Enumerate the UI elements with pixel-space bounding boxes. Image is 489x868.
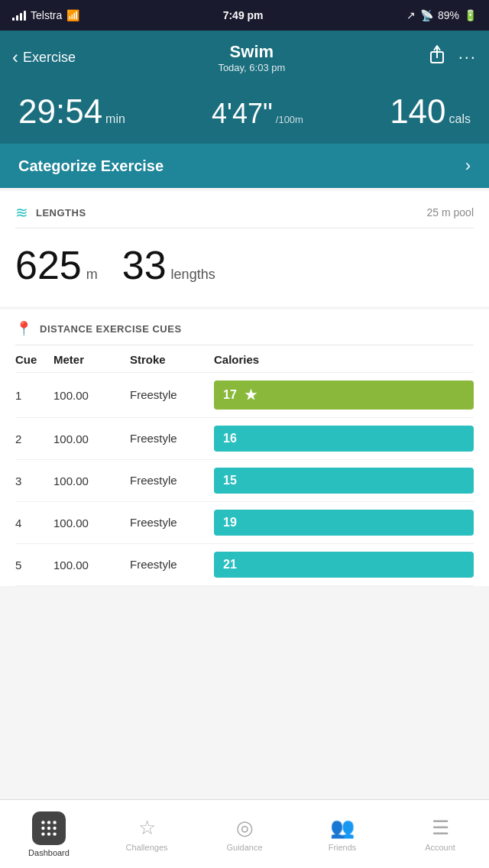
lengths-section: ≋ LENGTHS 25 m pool 625 m 33 lengths [0, 191, 489, 306]
cell-calories: 21 [214, 552, 474, 578]
cell-meter: 100.00 [53, 432, 130, 445]
svg-point-5 [41, 826, 44, 829]
calories-number: 17 [223, 388, 237, 402]
svg-point-9 [47, 832, 50, 835]
distance-unit: m [86, 267, 98, 283]
cell-stroke: Freestyle [130, 515, 214, 530]
cell-cue: 3 [15, 474, 53, 487]
lengths-number: 33 [122, 242, 167, 288]
guidance-icon: ◎ [236, 816, 254, 840]
lengths-value-block: 33 lengths [122, 242, 215, 288]
cues-section: 📍 DISTANCE EXERCISE CUES Cue Meter Strok… [0, 309, 489, 586]
status-bar: Telstra 📶 7:49 pm ↗ 📡 89% 🔋 [0, 0, 489, 31]
calories-number: 16 [223, 432, 237, 445]
account-icon: ☰ [432, 816, 449, 840]
table-row: 1 100.00 Freestyle 17 ★ [15, 373, 474, 418]
table-row: 2 100.00 Freestyle 16 [15, 418, 474, 460]
col-meter: Meter [53, 353, 130, 366]
nav-item-account[interactable]: ☰ Account [391, 816, 489, 852]
cell-meter: 100.00 [53, 517, 130, 530]
table-header: Cue Meter Stroke Calories [15, 345, 474, 373]
signal-icon [12, 10, 26, 21]
header-subtitle: Today, 6:03 pm [218, 62, 285, 73]
categorize-chevron-icon: › [465, 156, 471, 176]
header: ‹ Exercise Swim Today, 6:03 pm ··· [0, 31, 489, 84]
stats-bar: 29:54 min 4'47" /100m 140 cals [0, 84, 489, 144]
pace-stat: 4'47" /100m [212, 98, 303, 130]
cues-title: DISTANCE EXERCISE CUES [40, 323, 182, 335]
nav-label-guidance: Guidance [226, 843, 262, 852]
pace-unit: /100m [276, 114, 303, 125]
svg-point-4 [53, 821, 56, 824]
distance-value-block: 625 m [15, 242, 98, 288]
status-left: Telstra 📶 [12, 9, 79, 21]
nav-item-challenges[interactable]: ☆ Challenges [98, 816, 196, 852]
svg-point-3 [47, 821, 50, 824]
pin-icon: 📍 [15, 320, 32, 337]
cell-calories: 19 [214, 510, 474, 536]
lengths-unit: lengths [171, 267, 215, 283]
nav-item-dashboard[interactable]: Dashboard [0, 811, 98, 857]
dashboard-icon [32, 811, 66, 845]
table-row: 3 100.00 Freestyle 15 [15, 460, 474, 502]
lengths-title-row: ≋ LENGTHS [15, 203, 86, 222]
star-icon: ★ [244, 387, 257, 403]
share-icon[interactable] [428, 44, 446, 70]
pool-size: 25 m pool [427, 206, 474, 219]
cell-calories: 17 ★ [214, 381, 474, 410]
nav-label-account: Account [425, 843, 455, 852]
cell-stroke: Freestyle [130, 431, 214, 446]
challenges-icon: ☆ [138, 816, 156, 840]
wave-icon: ≋ [15, 203, 28, 222]
nav-label-challenges: Challenges [125, 843, 167, 852]
carrier-label: Telstra [31, 9, 62, 21]
battery-icon: 🔋 [464, 9, 477, 21]
cell-cue: 2 [15, 432, 53, 445]
back-label: Exercise [23, 50, 76, 66]
calories-number: 19 [223, 516, 237, 530]
cell-meter: 100.00 [53, 474, 130, 487]
bluetooth-icon: 📡 [420, 9, 433, 21]
table-row: 5 100.00 Freestyle 21 [15, 544, 474, 586]
header-actions: ··· [428, 44, 477, 70]
svg-point-2 [41, 821, 44, 824]
friends-icon: 👥 [330, 816, 355, 840]
distance-number: 625 [15, 242, 82, 288]
header-title-block: Swim Today, 6:03 pm [218, 42, 285, 73]
cues-header: 📍 DISTANCE EXERCISE CUES [15, 309, 474, 345]
lengths-values: 625 m 33 lengths [15, 236, 474, 294]
table-row: 4 100.00 Freestyle 19 [15, 502, 474, 544]
col-cue: Cue [15, 353, 53, 366]
cell-cue: 1 [15, 389, 53, 402]
categorize-button[interactable]: Categorize Exercise › [0, 144, 489, 188]
cell-meter: 100.00 [53, 559, 130, 572]
cell-meter: 100.00 [53, 389, 130, 402]
battery-label: 89% [438, 9, 459, 21]
back-chevron-icon: ‹ [12, 47, 18, 68]
calories-value: 140 [390, 95, 445, 128]
back-button[interactable]: ‹ Exercise [12, 47, 76, 68]
nav-item-guidance[interactable]: ◎ Guidance [196, 816, 293, 852]
more-icon[interactable]: ··· [458, 47, 477, 67]
calories-number: 15 [223, 474, 237, 487]
status-time: 7:49 pm [223, 9, 264, 21]
svg-point-6 [47, 826, 50, 829]
cell-cue: 5 [15, 559, 53, 572]
cues-table-body: 1 100.00 Freestyle 17 ★ 2 100.00 Freesty… [15, 373, 474, 586]
lengths-section-header: ≋ LENGTHS 25 m pool [15, 203, 474, 228]
bottom-nav: Dashboard ☆ Challenges ◎ Guidance 👥 Frie… [0, 799, 489, 868]
categorize-label: Categorize Exercise [18, 157, 164, 175]
location-icon: ↗ [406, 9, 416, 21]
duration-value: 29:54 [18, 95, 102, 128]
header-title: Swim [218, 42, 285, 62]
calories-number: 21 [223, 558, 237, 572]
col-stroke: Stroke [130, 353, 214, 366]
calories-unit: cals [449, 112, 471, 126]
wifi-icon: 📶 [66, 9, 79, 21]
cell-calories: 15 [214, 468, 474, 494]
status-right: ↗ 📡 89% 🔋 [406, 9, 477, 21]
nav-label-friends: Friends [329, 843, 357, 852]
cell-stroke: Freestyle [130, 473, 214, 488]
nav-item-friends[interactable]: 👥 Friends [293, 816, 391, 852]
svg-point-8 [41, 832, 44, 835]
